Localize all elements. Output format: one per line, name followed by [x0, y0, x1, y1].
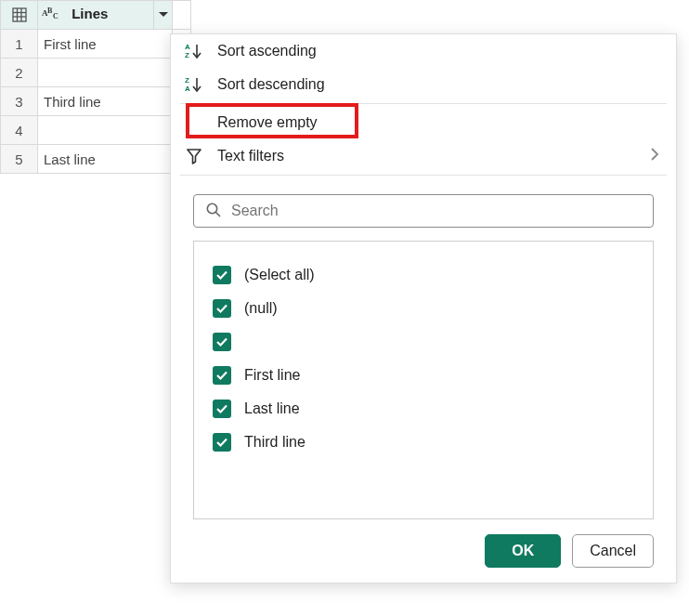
funnel-icon: [184, 148, 204, 164]
filter-value-label: Last line: [244, 400, 300, 417]
table-corner[interactable]: [1, 1, 38, 30]
button-label: OK: [512, 543, 534, 559]
column-name: Lines: [72, 6, 108, 21]
filter-value-row[interactable]: Third line: [213, 426, 634, 459]
filter-search[interactable]: [193, 194, 654, 228]
filter-value-label: First line: [244, 367, 300, 384]
cancel-button[interactable]: Cancel: [572, 534, 654, 568]
grid-endcap: [173, 1, 191, 30]
dialog-buttons: OK Cancel: [193, 534, 654, 568]
svg-text:Z: Z: [185, 51, 189, 59]
checkbox-checked[interactable]: [213, 433, 231, 452]
filter-value-row[interactable]: [213, 325, 634, 359]
chevron-down-icon: [159, 12, 168, 18]
checkbox-checked[interactable]: [213, 299, 231, 318]
svg-text:Z: Z: [185, 76, 189, 85]
row-number[interactable]: 3: [1, 87, 38, 116]
svg-text:C: C: [53, 12, 58, 20]
filter-value-row[interactable]: First line: [213, 359, 634, 392]
menu-divider: [180, 103, 667, 104]
search-icon: [205, 202, 222, 221]
cell[interactable]: Last line: [38, 145, 173, 174]
row-number[interactable]: 1: [1, 30, 38, 59]
sort-ascending-icon: AZ: [184, 42, 204, 60]
svg-point-14: [207, 203, 216, 213]
filter-value-label: (Select all): [244, 267, 315, 283]
table-icon: [6, 1, 32, 29]
svg-line-15: [216, 212, 221, 216]
button-label: Cancel: [590, 543, 636, 559]
cell[interactable]: [38, 116, 173, 145]
cell[interactable]: [38, 59, 173, 87]
svg-text:A: A: [185, 85, 190, 93]
filter-value-label: Third line: [244, 434, 306, 451]
menu-divider: [180, 175, 667, 176]
data-grid: ABC Lines 1First line 2 3Third line 4 5L…: [0, 0, 191, 174]
filter-value-row[interactable]: (Select all): [213, 258, 634, 292]
filter-value-label: (null): [244, 300, 278, 317]
menu-sort-ascending[interactable]: AZ Sort ascending: [171, 34, 676, 68]
row-number[interactable]: 2: [1, 59, 38, 87]
menu-text-filters[interactable]: Text filters: [171, 139, 676, 173]
cell[interactable]: First line: [38, 30, 173, 59]
checkbox-checked[interactable]: [213, 400, 231, 418]
svg-rect-0: [13, 8, 26, 21]
menu-remove-empty[interactable]: Remove empty: [171, 106, 676, 139]
checkbox-checked[interactable]: [213, 266, 231, 284]
sort-descending-icon: ZA: [184, 75, 204, 94]
menu-label: Remove empty: [217, 114, 318, 131]
checkbox-checked[interactable]: [213, 366, 231, 385]
row-number[interactable]: 5: [1, 145, 38, 174]
menu-label: Sort ascending: [217, 43, 317, 59]
checkbox-checked[interactable]: [213, 333, 231, 351]
filter-search-input[interactable]: [231, 203, 642, 219]
svg-text:A: A: [185, 43, 190, 51]
ok-button[interactable]: OK: [485, 534, 561, 568]
filter-value-row[interactable]: Last line: [213, 392, 634, 426]
cell[interactable]: Third line: [38, 87, 173, 116]
filter-value-row[interactable]: (null): [213, 292, 634, 325]
column-header-lines[interactable]: ABC Lines: [38, 1, 173, 30]
menu-label: Sort descending: [217, 76, 325, 93]
menu-sort-descending[interactable]: ZA Sort descending: [171, 68, 676, 101]
chevron-right-icon: [650, 147, 659, 165]
menu-label: Text filters: [217, 148, 284, 164]
column-filter-dropdown: AZ Sort ascending ZA Sort descending Rem…: [170, 33, 677, 583]
row-number[interactable]: 4: [1, 116, 38, 145]
column-filter-dropdown-button[interactable]: [153, 1, 172, 29]
filter-values-list: (Select all) (null) First line Last line…: [193, 241, 654, 519]
text-type-icon: ABC: [42, 7, 62, 24]
